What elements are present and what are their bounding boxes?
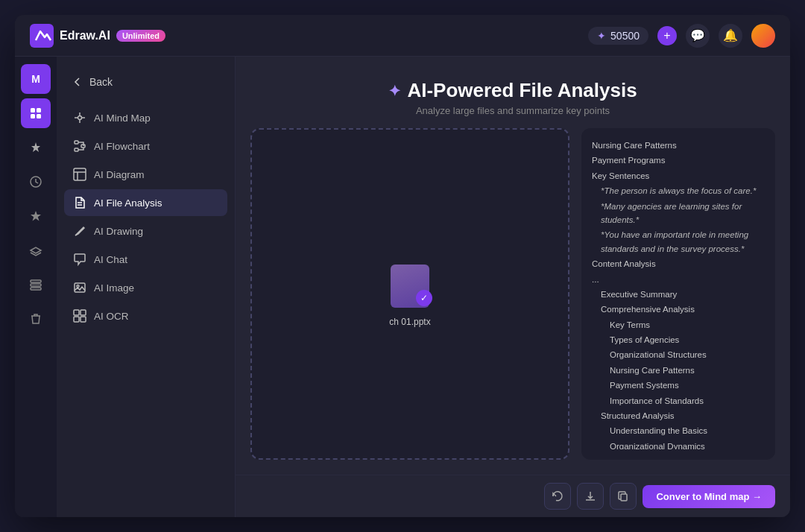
analysis-content: Nursing Care PatternsPayment ProgramsKey… <box>592 139 765 449</box>
analysis-panel: Nursing Care PatternsPayment ProgramsKey… <box>581 128 775 460</box>
nav-item-drawing[interactable]: AI Drawing <box>64 218 227 244</box>
sidebar-icon-trash[interactable] <box>21 304 51 334</box>
back-button[interactable]: Back <box>64 72 227 92</box>
layers-icon <box>29 244 42 257</box>
main-area: M <box>15 57 790 517</box>
action-bar: Conver to Mind map → <box>236 475 790 517</box>
svg-rect-16 <box>75 148 78 151</box>
nav-item-image[interactable]: AI Image <box>64 274 227 301</box>
diagram-icon <box>73 168 86 181</box>
analysis-line: Nursing Care Patterns <box>592 364 765 377</box>
nav-label-mind-map: AI Mind Map <box>94 113 151 124</box>
copy-button[interactable] <box>610 483 637 510</box>
analysis-line: Key Terms <box>592 318 765 332</box>
nav-item-mind-map[interactable]: AI Mind Map <box>64 104 227 131</box>
logo-area: Edraw.AI Unlimited <box>30 24 165 48</box>
analysis-line: Types of Agencies <box>592 333 765 346</box>
analysis-line: *You have an important role in meeting s… <box>592 228 765 256</box>
content-header: ✦ AI-Powered File Analysis Analyze large… <box>236 57 790 128</box>
refresh-button[interactable] <box>544 483 571 510</box>
analysis-line: *The person is always the focus of care.… <box>592 184 765 197</box>
nav-label-diagram: AI Diagram <box>94 169 145 180</box>
nav-item-file-analysis[interactable]: AI File Analysis <box>64 189 227 216</box>
svg-rect-4 <box>37 114 41 118</box>
app-title: Edraw.AI <box>60 29 110 42</box>
file-preview: ✓ ch 01.pptx <box>386 262 434 327</box>
avatar[interactable] <box>751 24 775 48</box>
refresh-icon <box>552 490 564 502</box>
nav-item-ocr[interactable]: AI OCR <box>64 303 227 329</box>
svg-rect-1 <box>31 108 35 113</box>
file-pptx-icon: ✓ <box>386 262 434 309</box>
analysis-line: Nursing Care Patterns <box>592 139 765 152</box>
analysis-line: Comprehensive Analysis <box>592 303 765 316</box>
page-subtitle: Analyze large files and summarize key po… <box>250 105 775 116</box>
app-window: Edraw.AI Unlimited ✦ 50500 + 💬 🔔 M <box>15 15 790 517</box>
analysis-line: Payment Systems <box>592 379 765 392</box>
svg-rect-6 <box>31 280 41 282</box>
drawing-icon <box>73 224 86 238</box>
analysis-line: Importance of Standards <box>592 394 765 408</box>
clock-icon <box>29 175 42 189</box>
svg-rect-25 <box>80 310 86 315</box>
topbar: Edraw.AI Unlimited ✦ 50500 + 💬 🔔 <box>15 15 790 57</box>
page-title: ✦ AI-Powered File Analysis <box>250 79 775 102</box>
svg-rect-17 <box>74 168 86 180</box>
svg-rect-0 <box>30 24 54 48</box>
convert-label: Conver to Mind map → <box>656 491 762 502</box>
nav-item-flowchart[interactable]: AI Flowchart <box>64 133 227 159</box>
sparkle-icon: ✦ <box>388 82 401 100</box>
nav-item-chat[interactable]: AI Chat <box>64 246 227 273</box>
sidebar-icon-magic[interactable] <box>21 133 51 162</box>
download-icon <box>584 490 596 502</box>
svg-rect-7 <box>31 284 41 286</box>
nav-label-image: AI Image <box>94 282 134 294</box>
credits-value: 50500 <box>610 30 640 42</box>
nav-sidebar: Back AI Mind Map <box>57 57 236 517</box>
nav-item-diagram[interactable]: AI Diagram <box>64 161 227 188</box>
analysis-line: Executive Summary <box>592 288 765 301</box>
chat-button[interactable]: 💬 <box>686 24 710 48</box>
convert-button[interactable]: Conver to Mind map → <box>643 485 775 508</box>
file-analysis-icon <box>73 196 86 209</box>
mind-map-icon <box>73 111 86 124</box>
trash-icon <box>29 312 42 326</box>
svg-point-23 <box>77 285 79 288</box>
sidebar-icon-m[interactable]: M <box>21 64 51 94</box>
sidebar-icon-favorites[interactable] <box>21 201 51 231</box>
star-icon <box>29 209 42 223</box>
nav-label-chat: AI Chat <box>94 254 127 265</box>
sidebar-icon-add[interactable] <box>21 98 51 128</box>
file-check-icon: ✓ <box>416 290 432 306</box>
download-button[interactable] <box>577 483 604 510</box>
upload-panel[interactable]: ✓ ch 01.pptx <box>250 128 569 460</box>
analysis-line: Organizational Dynamics <box>592 440 765 449</box>
svg-rect-24 <box>74 310 79 315</box>
nav-label-ocr: AI OCR <box>94 311 129 322</box>
file-name-label: ch 01.pptx <box>389 317 430 327</box>
nav-label-drawing: AI Drawing <box>94 226 143 237</box>
analysis-line: Organizational Structures <box>592 348 765 361</box>
notifications-button[interactable]: 🔔 <box>719 24 742 48</box>
stack-icon <box>29 278 42 291</box>
star-icon: ✦ <box>597 30 606 42</box>
svg-rect-3 <box>31 114 35 118</box>
copy-icon <box>617 490 629 502</box>
sidebar-icon-history[interactable] <box>21 167 51 197</box>
sidebar-icon-stack[interactable] <box>21 270 51 300</box>
analysis-line: ... <box>592 273 765 286</box>
analysis-line: Key Sentences <box>592 169 765 183</box>
svg-rect-14 <box>75 141 78 144</box>
bell-icon: 🔔 <box>723 28 738 42</box>
unlimited-badge: Unlimited <box>116 30 165 42</box>
svg-rect-8 <box>31 288 41 290</box>
chat-icon: 💬 <box>690 28 705 42</box>
svg-rect-22 <box>75 283 85 292</box>
sidebar-icon-layers[interactable] <box>21 235 51 265</box>
image-icon <box>73 281 86 294</box>
svg-rect-28 <box>621 494 627 501</box>
logo-icon <box>30 24 54 48</box>
add-credits-button[interactable]: + <box>657 26 677 45</box>
analysis-line: Content Analysis <box>592 257 765 270</box>
content-area: ✦ AI-Powered File Analysis Analyze large… <box>236 57 790 517</box>
